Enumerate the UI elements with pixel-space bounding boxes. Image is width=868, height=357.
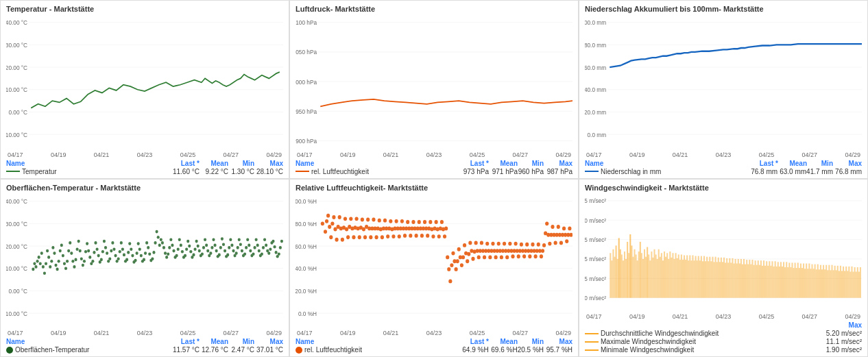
svg-point-143 xyxy=(169,238,172,241)
svg-point-309 xyxy=(429,220,432,224)
svg-point-202 xyxy=(253,246,256,249)
svg-point-46 xyxy=(32,267,34,271)
wind-legend-line-2 xyxy=(585,341,599,343)
svg-point-401 xyxy=(559,241,563,245)
svg-point-295 xyxy=(409,233,412,237)
svg-rect-511 xyxy=(738,258,739,297)
val-min-temperatur: 1.30 °C xyxy=(228,168,254,175)
svg-point-363 xyxy=(505,255,509,259)
svg-point-281 xyxy=(389,219,392,223)
svg-point-95 xyxy=(101,249,104,253)
svg-text:0.0 mm: 0.0 mm xyxy=(587,131,606,138)
wind-legend-header: Max xyxy=(585,321,862,329)
svg-rect-451 xyxy=(652,257,653,297)
svg-point-88 xyxy=(91,259,94,262)
svg-point-273 xyxy=(378,218,381,222)
svg-rect-506 xyxy=(730,262,732,297)
svg-rect-468 xyxy=(677,258,678,297)
panel-title-niederschlag: Niederschlag Akkumuliert bis 100mm- Mark… xyxy=(585,5,862,13)
svg-point-124 xyxy=(143,258,145,261)
svg-point-383 xyxy=(534,254,538,258)
svg-point-243 xyxy=(335,237,338,241)
svg-point-183 xyxy=(226,253,229,256)
dashboard-grid: Temperatur - Marktstätte 40.00 °C 30.00 … xyxy=(0,0,868,357)
svg-point-311 xyxy=(431,234,435,238)
svg-point-186 xyxy=(230,243,233,247)
svg-point-106 xyxy=(117,257,120,260)
svg-point-89 xyxy=(93,251,95,254)
svg-text:100.0 %H: 100.0 %H xyxy=(296,197,317,205)
svg-rect-594 xyxy=(856,271,857,297)
svg-rect-556 xyxy=(801,268,803,298)
svg-point-174 xyxy=(213,243,216,247)
svg-point-351 xyxy=(488,255,492,259)
svg-point-357 xyxy=(497,241,501,245)
svg-rect-552 xyxy=(796,268,797,298)
svg-point-198 xyxy=(248,243,250,247)
svg-text:30.00 °C: 30.00 °C xyxy=(6,220,28,227)
val-max-temperatur: 28.10 °C xyxy=(254,168,283,175)
svg-rect-478 xyxy=(690,260,692,298)
svg-rect-449 xyxy=(649,260,651,298)
svg-point-155 xyxy=(186,239,189,243)
svg-point-371 xyxy=(517,254,520,258)
svg-point-63 xyxy=(56,267,59,271)
svg-rect-554 xyxy=(799,268,800,298)
svg-point-210 xyxy=(265,243,267,247)
svg-point-126 xyxy=(145,241,148,245)
svg-point-112 xyxy=(125,258,128,261)
svg-rect-447 xyxy=(647,247,648,297)
svg-point-116 xyxy=(131,254,134,257)
svg-point-75 xyxy=(73,265,75,269)
svg-point-56 xyxy=(46,249,49,252)
svg-rect-455 xyxy=(658,249,660,297)
svg-text:40.00 °C: 40.00 °C xyxy=(6,19,28,27)
legend-name-niederschlag: Niederschlag in mm xyxy=(601,168,745,175)
svg-rect-454 xyxy=(657,258,658,297)
svg-rect-428 xyxy=(620,249,621,297)
svg-point-189 xyxy=(235,251,238,255)
svg-point-48 xyxy=(34,265,37,269)
svg-rect-579 xyxy=(834,265,836,297)
svg-point-199 xyxy=(249,249,252,252)
svg-point-100 xyxy=(108,257,111,260)
svg-text:100.0 mm: 100.0 mm xyxy=(585,19,606,27)
chart-svg-temperatur: 40.00 °C 30.00 °C 20.00 °C 10.00 °C 0.00… xyxy=(6,14,283,151)
svg-point-187 xyxy=(232,249,234,252)
svg-rect-421 xyxy=(610,253,611,297)
svg-rect-581 xyxy=(837,265,839,297)
svg-point-219 xyxy=(278,252,280,256)
svg-rect-471 xyxy=(681,254,682,297)
svg-rect-538 xyxy=(776,266,777,297)
svg-point-323 xyxy=(448,279,452,283)
svg-point-336 xyxy=(467,251,470,256)
svg-text:0 m/sec²: 0 m/sec² xyxy=(585,294,606,301)
svg-rect-559 xyxy=(806,263,807,297)
svg-rect-549 xyxy=(791,262,793,297)
svg-rect-560 xyxy=(807,269,808,298)
svg-point-305 xyxy=(423,220,426,224)
svg-point-119 xyxy=(136,251,138,255)
svg-point-79 xyxy=(79,249,82,252)
svg-point-113 xyxy=(127,251,130,254)
svg-point-407 xyxy=(568,226,571,230)
svg-point-291 xyxy=(403,233,407,237)
legend-dot-oberflaeche xyxy=(6,347,13,354)
chart-area-wind: 12.5 m/sec² 10 m/sec² 7.5 m/sec² 5 m/sec… xyxy=(585,193,862,313)
svg-point-349 xyxy=(485,241,489,245)
svg-point-319 xyxy=(443,234,446,238)
svg-rect-580 xyxy=(836,270,837,297)
chart-svg-oberflaeche: 40.00 °C 30.00 °C 20.00 °C 10.00 °C 0.00… xyxy=(6,193,283,330)
svg-rect-438 xyxy=(634,249,635,297)
svg-rect-539 xyxy=(777,262,779,297)
svg-point-69 xyxy=(64,267,67,270)
x-labels-luftdruck: 04/17 04/19 04/21 04/23 04/25 04/27 04/2… xyxy=(296,151,572,158)
svg-point-122 xyxy=(140,254,143,257)
svg-rect-439 xyxy=(636,254,637,297)
svg-point-169 xyxy=(206,249,209,252)
svg-rect-530 xyxy=(764,265,766,297)
svg-point-149 xyxy=(178,238,181,241)
panel-title-temperatur: Temperatur - Marktstätte xyxy=(6,5,283,13)
svg-text:20.0 mm: 20.0 mm xyxy=(585,108,606,116)
svg-point-110 xyxy=(123,253,125,256)
